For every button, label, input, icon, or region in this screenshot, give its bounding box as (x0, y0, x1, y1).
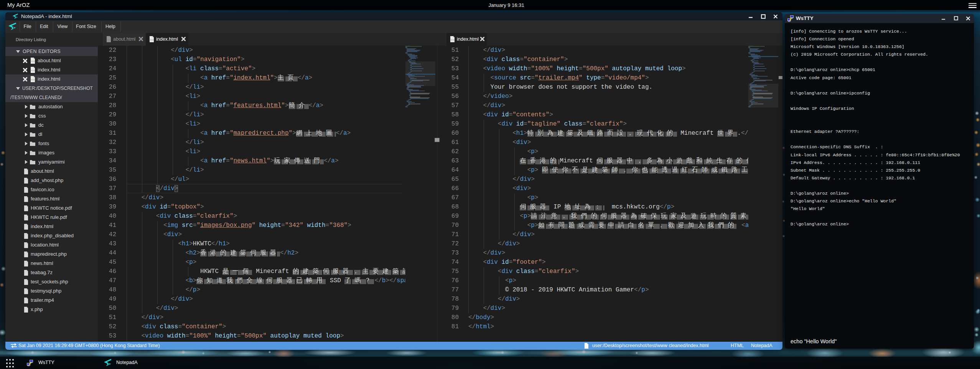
svg-text:<>: <> (31, 78, 35, 81)
svg-text:<>: <> (150, 38, 154, 41)
svg-text:<>: <> (107, 38, 111, 41)
svg-text:<>: <> (451, 38, 455, 41)
svg-text:<>: <> (31, 69, 35, 72)
svg-text:<>: <> (31, 60, 35, 63)
